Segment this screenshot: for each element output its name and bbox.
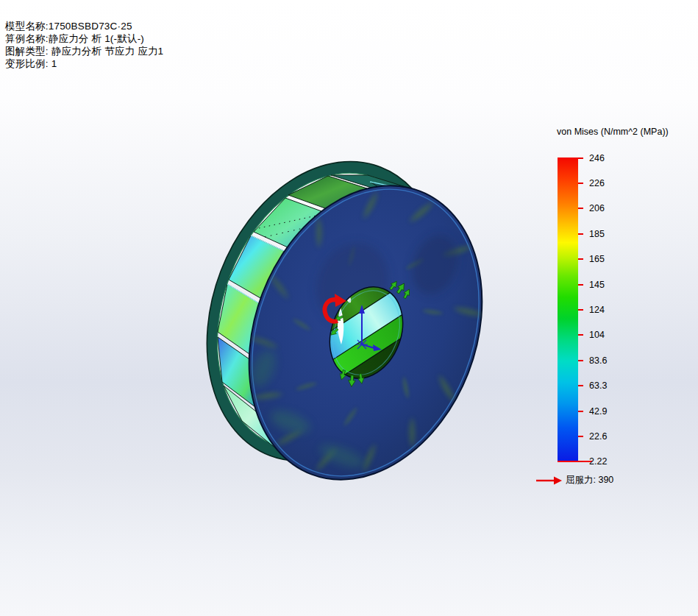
tick-mark bbox=[578, 385, 583, 386]
legend-tick: 42.9 bbox=[578, 406, 607, 417]
legend-colorbar bbox=[558, 157, 578, 461]
legend-tick: 2.22 bbox=[578, 456, 607, 467]
legend-tick: 104 bbox=[578, 329, 605, 341]
tick-mark bbox=[578, 360, 583, 361]
tick-label: 63.3 bbox=[589, 380, 607, 391]
tick-mark bbox=[578, 284, 583, 286]
tick-mark bbox=[578, 461, 583, 462]
tick-mark bbox=[578, 411, 583, 412]
tick-label: 104 bbox=[589, 330, 605, 340]
tick-label: 206 bbox=[589, 203, 605, 213]
tick-label: 165 bbox=[589, 254, 605, 264]
tick-mark bbox=[578, 334, 583, 336]
legend-tick: 165 bbox=[578, 253, 605, 265]
tick-mark bbox=[578, 233, 583, 235]
tick-mark bbox=[578, 309, 583, 311]
tick-label: 83.6 bbox=[589, 355, 607, 366]
tick-mark bbox=[578, 258, 583, 260]
legend-title: von Mises (N/mm^2 (MPa)) bbox=[557, 127, 669, 137]
tick-mark bbox=[578, 208, 583, 209]
tick-label: 185 bbox=[589, 229, 605, 239]
legend-tick: 185 bbox=[578, 228, 605, 240]
yield-strength-label: 屈服力: 390 bbox=[566, 474, 613, 486]
tick-mark bbox=[578, 183, 583, 184]
yield-strength-row: 屈服力: 390 bbox=[535, 474, 613, 486]
tick-label: 246 bbox=[589, 153, 605, 163]
legend-tick: 63.3 bbox=[578, 380, 607, 392]
tick-mark bbox=[578, 436, 583, 437]
tick-label: 2.22 bbox=[589, 456, 607, 467]
legend-tick: 145 bbox=[578, 279, 605, 291]
tick-label: 22.6 bbox=[589, 431, 607, 442]
tick-label: 226 bbox=[589, 178, 605, 188]
legend-tick: 246 bbox=[578, 152, 605, 164]
legend-tick: 83.6 bbox=[578, 355, 607, 367]
tick-label: 124 bbox=[589, 305, 605, 315]
yield-arrow-icon bbox=[535, 475, 563, 486]
tick-mark bbox=[578, 157, 583, 159]
tick-label: 145 bbox=[589, 280, 605, 290]
legend-tick: 22.6 bbox=[578, 431, 607, 442]
legend-tick: 124 bbox=[578, 304, 605, 316]
stress-legend: von Mises (N/mm^2 (MPa)) 246 226 206 185… bbox=[535, 125, 698, 523]
tick-label: 42.9 bbox=[589, 406, 607, 417]
solidworks-graphics-viewport[interactable]: 模型名称:1750BSBD73C·25 算例名称:静应力分 析 1(-默认-) … bbox=[0, 0, 698, 616]
legend-tick: 226 bbox=[578, 177, 605, 189]
legend-tick: 206 bbox=[578, 202, 605, 214]
